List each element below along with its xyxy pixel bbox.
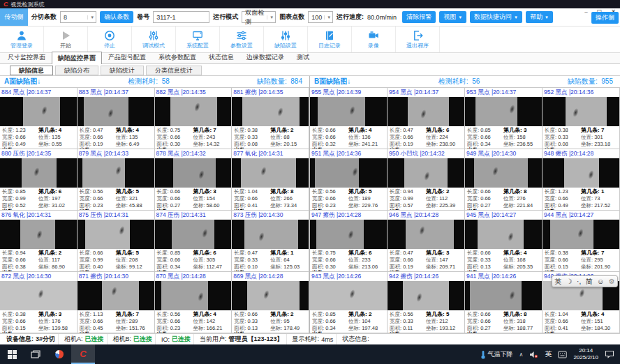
- defect-image[interactable]: [0, 158, 77, 188]
- taskbar-app-browser[interactable]: [47, 344, 71, 364]
- defect-image[interactable]: [388, 220, 464, 249]
- exit-program-button[interactable]: 退出程序: [396, 26, 440, 52]
- defect-image[interactable]: [155, 220, 232, 249]
- defect-card[interactable]: 947 擦伤 |20:14:28 长度: 0.75宽度: 0.66面积: 0.3…: [310, 211, 388, 272]
- speaker-muted-icon[interactable]: [529, 351, 538, 358]
- defect-card[interactable]: 946 黑点 |20:14:28 长度: 0.47宽度: 0.66面积: 0.1…: [388, 211, 465, 272]
- log-record-button[interactable]: 日志记录: [308, 26, 352, 52]
- defect-card[interactable]: 875 压伤 |20:14:31 长度: 0.66宽度: 0.99面积: 0.4…: [78, 211, 155, 272]
- task-view-button[interactable]: [24, 344, 47, 364]
- defect-image[interactable]: [542, 158, 619, 188]
- minimize-button[interactable]: –: [584, 8, 587, 15]
- tab-test[interactable]: 测试: [290, 51, 316, 63]
- debug-mode-button[interactable]: 调试模式: [132, 26, 176, 52]
- start-button[interactable]: 开始: [44, 26, 88, 52]
- run-mode-select[interactable]: 双面检测▼: [242, 11, 276, 23]
- chart-points-select[interactable]: 100▼: [308, 11, 333, 23]
- view-menu-button[interactable]: 视图▼: [439, 11, 466, 23]
- system-config-button[interactable]: 系统配置: [176, 26, 220, 52]
- defect-card[interactable]: 954 黑点 |20:14:37 长度: 0.47宽度: 0.66面积: 0.1…: [388, 88, 465, 149]
- defect-image[interactable]: [310, 158, 387, 188]
- defect-card[interactable]: 951 黑点 |20:14:36 长度: 0.56宽度: 0.66面积: 0.2…: [310, 149, 388, 211]
- defect-image[interactable]: [78, 220, 154, 249]
- ime-halfwidth-moon-icon[interactable]: ☽: [566, 278, 573, 285]
- panel-a-title[interactable]: A面缺陷图↓: [4, 77, 40, 86]
- taskbar-app-vision-system[interactable]: C: [71, 344, 95, 364]
- tab-size-monitor[interactable]: 尺寸监控界面: [1, 51, 52, 63]
- defect-image[interactable]: [78, 97, 154, 126]
- defect-image[interactable]: [232, 220, 309, 249]
- weather-widget[interactable]: 气温下降: [480, 350, 513, 359]
- defect-image[interactable]: [310, 97, 387, 126]
- ime-language-indicator[interactable]: 英: [545, 349, 552, 359]
- tab-status-info[interactable]: 状态信息: [202, 51, 240, 63]
- defect-image[interactable]: [310, 281, 387, 310]
- defect-card[interactable]: 953 黑点 |20:14:37 长度: 0.85宽度: 0.66面积: 0.3…: [465, 88, 542, 149]
- subtab-defect-info[interactable]: 缺陷信息: [10, 66, 53, 75]
- help-menu-button[interactable]: 帮助▼: [526, 11, 553, 23]
- defect-card[interactable]: 876 氧化 |20:14:31 长度: 0.94宽度: 0.66面积: 0.3…: [0, 211, 78, 272]
- defect-image[interactable]: [0, 97, 77, 126]
- defect-image[interactable]: [78, 158, 154, 188]
- defect-image[interactable]: [465, 158, 542, 188]
- defect-image[interactable]: [465, 97, 542, 126]
- defect-image[interactable]: [232, 97, 309, 126]
- param-settings-button[interactable]: 参数设置: [220, 26, 264, 52]
- defect-image[interactable]: [542, 220, 619, 249]
- ime-settings-gear-icon[interactable]: ⚙: [609, 278, 615, 285]
- slit-count-select[interactable]: 8▼: [60, 11, 96, 23]
- defect-image[interactable]: [388, 281, 464, 310]
- tab-edge-data-record[interactable]: 边缘数据记录: [240, 51, 290, 63]
- defect-image[interactable]: [0, 281, 77, 310]
- defect-card[interactable]: 870 黑点 |20:14:28 长度: 0.56宽度: 0.66面积: 0.2…: [155, 272, 232, 333]
- subtab-defect-distribution[interactable]: 缺陷分布: [55, 66, 98, 75]
- defect-image[interactable]: [0, 220, 77, 249]
- defect-card[interactable]: 880 压伤 |20:14:35 长度: 0.85宽度: 0.99面积: 0.5…: [0, 149, 78, 211]
- defect-card[interactable]: 884 黑点 |20:14:37 长度: 1.23宽度: 0.66面积: 0.4…: [0, 88, 78, 149]
- start-menu-button[interactable]: [0, 344, 24, 364]
- keyboard-tray-icon[interactable]: [558, 351, 567, 358]
- ime-simplified-toggle[interactable]: 简: [586, 277, 593, 287]
- defect-card[interactable]: 949 黑点 |20:14:30 长度: 0.66宽度: 0.66面积: 0.2…: [465, 149, 542, 211]
- defect-card[interactable]: 873 压伤 |20:14:30 长度: 0.47宽度: 0.33面积: 0.1…: [232, 211, 309, 272]
- clear-alarm-button[interactable]: 清除报警: [402, 11, 436, 23]
- defect-card[interactable]: 952 黑点 |20:14:36 长度: 0.38宽度: 0.33面积: 0.0…: [542, 88, 620, 149]
- defect-card[interactable]: 948 擦伤 |20:14:28 长度: 1.23宽度: 0.66面积: 0.4…: [542, 149, 620, 211]
- ime-emoji-icon[interactable]: ☺: [597, 278, 604, 285]
- tray-expand-icon[interactable]: ∧: [519, 351, 524, 358]
- defect-image[interactable]: [155, 158, 232, 188]
- operator-side-button[interactable]: 操作侧: [591, 12, 619, 24]
- roll-number-input[interactable]: 3117-1: [153, 11, 209, 23]
- ime-punctuation-toggle[interactable]: ·,: [577, 278, 581, 285]
- defect-settings-button[interactable]: 缺陷设置: [264, 26, 308, 52]
- defect-image[interactable]: [465, 281, 542, 310]
- subtab-defect-statistics[interactable]: 缺陷统计: [101, 66, 144, 75]
- defect-image[interactable]: [310, 220, 387, 249]
- defect-card[interactable]: 883 黑点 |20:14:37 长度: 0.47宽度: 0.66面积: 0.1…: [78, 88, 155, 149]
- defect-image[interactable]: [388, 158, 464, 188]
- defect-card[interactable]: 877 氧化 |20:14:31 长度: 1.04宽度: 0.66面积: 0.4…: [232, 149, 309, 211]
- defect-card[interactable]: 950 小凹坑 |20:14:32 长度: 0.94宽度: 0.99面积: 0.…: [388, 149, 465, 211]
- defect-card[interactable]: 869 黑点 |20:14:28 长度: 0.66宽度: 0.33面积: 0.1…: [232, 272, 309, 333]
- defect-image[interactable]: [155, 97, 232, 126]
- panel-b-title[interactable]: B面缺陷图↓: [314, 77, 350, 86]
- defect-card[interactable]: 879 黑点 |20:14:33 长度: 0.56宽度: 0.66面积: 0.2…: [78, 149, 155, 211]
- defect-card[interactable]: 943 黑点 |20:14:26 长度: 0.85宽度: 0.66面积: 0.3…: [310, 272, 388, 333]
- defect-card[interactable]: 941 黑点 |20:14:26 长度: 0.66宽度: 0.66面积: 0.2…: [465, 272, 542, 333]
- tab-defect-monitor[interactable]: 缺陷监控界面: [52, 52, 102, 64]
- defect-card[interactable]: 871 擦伤 |20:14:30 长度: 1.13宽度: 0.66面积: 0.4…: [78, 272, 155, 333]
- defect-card[interactable]: 878 黑点 |20:14:32 长度: 0.66宽度: 0.66面积: 0.2…: [155, 149, 232, 211]
- defect-image[interactable]: [232, 281, 309, 310]
- confirm-count-button[interactable]: 确认条数: [100, 11, 133, 23]
- data-quick-access-menu-button[interactable]: 数据快捷访问▼: [470, 11, 522, 23]
- drive-side-button[interactable]: 传动侧: [0, 8, 28, 26]
- defect-card[interactable]: 945 黑点 |20:14:27 长度: 0.66宽度: 0.33面积: 0.1…: [465, 211, 542, 272]
- defect-image[interactable]: [542, 97, 619, 126]
- tab-product-model-config[interactable]: 产品型号配置: [102, 51, 152, 63]
- admin-login-button[interactable]: 管理登录: [0, 26, 44, 52]
- defect-image[interactable]: [388, 97, 464, 126]
- ime-lang-toggle[interactable]: 英: [554, 277, 561, 287]
- tab-system-param-config[interactable]: 系统参数配置: [152, 51, 202, 63]
- taskbar-clock[interactable]: 20:14 2025/2/10: [573, 347, 598, 361]
- defect-image[interactable]: [465, 220, 542, 249]
